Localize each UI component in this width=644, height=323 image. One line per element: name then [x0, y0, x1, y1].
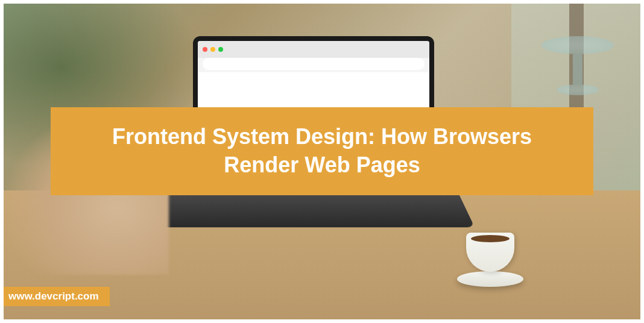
- coffee-cup: [457, 233, 523, 287]
- laptop-keyboard: [153, 193, 475, 227]
- traffic-light-close: [203, 47, 207, 52]
- traffic-light-maximize: [218, 47, 223, 52]
- browser-chrome: [198, 41, 429, 58]
- article-title-overlay: Frontend System Design: How Browsers Ren…: [51, 107, 593, 195]
- traffic-light-minimize: [210, 47, 215, 52]
- browser-address-bar: [203, 58, 425, 70]
- saucer: [457, 271, 523, 287]
- article-hero-image: Google Frontend System Design: How Brows…: [0, 0, 644, 323]
- coffee: [471, 235, 510, 242]
- cake-stand: [535, 36, 620, 96]
- site-url: www.devcript.com: [8, 290, 99, 303]
- article-title: Frontend System Design: How Browsers Ren…: [75, 123, 569, 180]
- site-brand-badge: www.devcript.com: [0, 287, 110, 306]
